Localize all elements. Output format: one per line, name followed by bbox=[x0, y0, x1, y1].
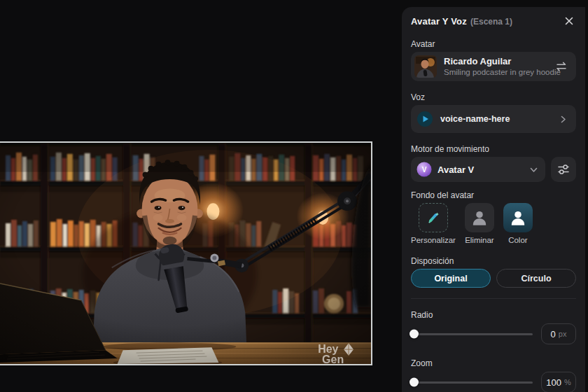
motion-engine-dropdown[interactable]: V Avatar V bbox=[411, 157, 545, 182]
radius-slider[interactable] bbox=[411, 333, 533, 335]
avatar-section-label: Avatar bbox=[411, 39, 576, 49]
close-icon bbox=[564, 15, 575, 27]
radius-slider-thumb[interactable] bbox=[410, 330, 419, 339]
play-voice-button[interactable] bbox=[416, 111, 433, 127]
person-silhouette-icon bbox=[509, 209, 527, 227]
swap-horizontal-icon bbox=[555, 60, 568, 73]
chevron-right-icon bbox=[559, 115, 568, 124]
chevron-down-icon bbox=[529, 165, 538, 174]
bg-option-color: Color bbox=[503, 203, 533, 245]
radius-section-label: Radio bbox=[411, 310, 576, 320]
motion-settings-button[interactable] bbox=[551, 157, 576, 182]
avatar-voice-panel: Avatar Y Voz (Escena 1) Avatar bbox=[402, 7, 585, 392]
svg-text:Gen: Gen bbox=[322, 354, 344, 364]
radius-unit: px bbox=[559, 330, 567, 338]
background-section-label: Fondo del avatar bbox=[411, 190, 576, 200]
motion-section-label: Motor de movimiento bbox=[411, 144, 576, 154]
svg-text:V: V bbox=[422, 166, 427, 174]
avatar-description: Smiling podcaster in grey hoodie bbox=[444, 68, 547, 77]
avatar-thumbnail bbox=[414, 55, 437, 78]
layout-section-label: Disposición bbox=[411, 256, 576, 266]
avatar-card[interactable]: Ricardo Aguilar Smiling podcaster in gre… bbox=[411, 52, 576, 81]
motion-engine-value: Avatar V bbox=[438, 164, 524, 175]
avatar-video-preview: Hey Gen bbox=[0, 143, 371, 364]
zoom-section-label: Zoom bbox=[411, 358, 576, 368]
zoom-value-box[interactable]: 100 % bbox=[541, 372, 576, 392]
tune-icon bbox=[556, 162, 570, 176]
person-silhouette-icon bbox=[470, 209, 489, 227]
zoom-slider-thumb[interactable] bbox=[410, 378, 419, 387]
editor-stage: Hey Gen bbox=[0, 0, 400, 392]
bg-option-eliminar: Eliminar bbox=[465, 203, 494, 245]
avatar-v-badge-icon: V bbox=[416, 162, 432, 177]
zoom-value: 100 bbox=[546, 377, 561, 388]
bg-color-label: Color bbox=[508, 236, 527, 245]
bg-option-personalizar: Personalizar bbox=[411, 203, 456, 245]
play-icon bbox=[416, 111, 433, 127]
scene-tag: (Escena 1) bbox=[470, 17, 512, 27]
video-canvas[interactable]: Hey Gen bbox=[0, 141, 372, 365]
radius-value-box[interactable]: 0 px bbox=[541, 323, 576, 344]
layout-circle-button[interactable]: Círculo bbox=[496, 269, 576, 288]
heygen-editor-screen: Hey Gen Avatar Y Voz (Escena 1) bbox=[0, 0, 588, 392]
bg-color-tile[interactable] bbox=[503, 203, 533, 232]
zoom-unit: % bbox=[564, 378, 571, 386]
voice-section-label: Voz bbox=[411, 92, 576, 102]
avatar-name: Ricardo Aguilar bbox=[444, 57, 547, 66]
bg-remove-label: Eliminar bbox=[465, 236, 494, 245]
radius-value: 0 bbox=[551, 329, 556, 340]
layout-original-button[interactable]: Original bbox=[411, 269, 491, 288]
swap-avatar-button[interactable] bbox=[554, 59, 569, 74]
close-button[interactable] bbox=[562, 14, 576, 28]
panel-header: Avatar Y Voz (Escena 1) bbox=[411, 14, 576, 28]
bg-customize-tile[interactable] bbox=[419, 203, 448, 232]
bg-remove-tile[interactable] bbox=[465, 203, 494, 232]
bg-customize-label: Personalizar bbox=[411, 236, 456, 245]
panel-title: Avatar Y Voz bbox=[411, 16, 467, 27]
voice-name: voice-name-here bbox=[440, 114, 552, 124]
divider bbox=[411, 298, 576, 299]
voice-card[interactable]: voice-name-here bbox=[411, 105, 576, 133]
magic-pen-icon bbox=[426, 210, 441, 225]
zoom-slider[interactable] bbox=[411, 382, 533, 384]
